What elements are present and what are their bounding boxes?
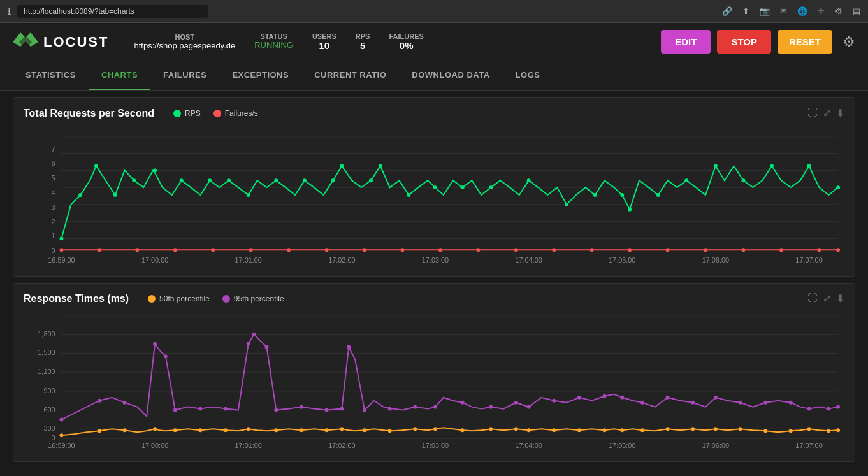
- svg-point-155: [363, 428, 366, 432]
- status-info: STATUS RUNNING USERS 10 RPS 5 FAILURES 0…: [254, 32, 424, 51]
- tab-current-ratio[interactable]: CURRENT RATIO: [301, 61, 399, 90]
- response-chart-card: Response Times (ms) 50th percentile 95th…: [13, 283, 855, 462]
- share-icon[interactable]: ⬆: [742, 6, 749, 16]
- 50th-dot: [148, 295, 156, 303]
- svg-point-125: [461, 401, 465, 405]
- svg-point-61: [135, 248, 139, 252]
- mail-icon[interactable]: ✉: [780, 6, 787, 16]
- response-legend-95th-label: 95th percentile: [234, 294, 284, 303]
- url-bar[interactable]: http://localhost:8089/?tab=charts: [17, 5, 208, 18]
- svg-text:17:03:00: 17:03:00: [422, 256, 449, 264]
- download-icon-2[interactable]: ⬇: [836, 292, 844, 305]
- svg-point-147: [173, 428, 177, 432]
- rps-chart-header: Total Requests per Second RPS Failures/s…: [24, 107, 844, 119]
- rps-label: RPS: [356, 32, 370, 40]
- tab-exceptions[interactable]: EXCEPTIONS: [219, 61, 301, 90]
- link-icon[interactable]: 🔗: [722, 6, 732, 16]
- svg-point-157: [413, 427, 417, 431]
- tab-failures[interactable]: FAILURES: [150, 61, 219, 90]
- svg-text:1,200: 1,200: [38, 368, 55, 375]
- svg-point-135: [691, 401, 695, 405]
- svg-point-142: [836, 405, 840, 409]
- svg-point-67: [363, 248, 366, 252]
- svg-text:1,500: 1,500: [38, 349, 55, 356]
- svg-point-28: [78, 193, 82, 197]
- svg-point-39: [331, 178, 335, 182]
- svg-point-140: [807, 407, 811, 411]
- svg-point-174: [807, 427, 811, 431]
- svg-point-71: [514, 248, 518, 252]
- svg-text:16:59:00: 16:59:00: [48, 442, 75, 449]
- tab-charts[interactable]: CHARTS: [89, 61, 150, 90]
- svg-point-63: [211, 248, 215, 252]
- svg-point-168: [666, 427, 670, 431]
- svg-point-119: [340, 407, 344, 411]
- svg-point-51: [628, 208, 632, 212]
- extensions-icon[interactable]: ⚙: [835, 6, 843, 16]
- svg-point-57: [807, 164, 811, 168]
- svg-text:17:07:00: 17:07:00: [795, 256, 822, 264]
- svg-point-43: [407, 193, 410, 197]
- svg-point-60: [98, 248, 101, 252]
- tab-download-data[interactable]: DOWNLOAD DATA: [399, 61, 502, 90]
- settings-button[interactable]: ⚙: [843, 34, 855, 50]
- svg-point-145: [123, 428, 127, 432]
- response-chart-controls[interactable]: ⛶ ⤢ ⬇: [807, 292, 844, 305]
- svg-point-73: [590, 248, 594, 252]
- expand-icon[interactable]: ⛶: [807, 107, 818, 119]
- rps-legend-failures: Failures/s: [213, 109, 258, 118]
- tab-statistics[interactable]: STATISTICS: [13, 61, 89, 90]
- edit-button[interactable]: EDIT: [661, 30, 711, 54]
- svg-point-167: [640, 428, 644, 432]
- fullscreen-icon[interactable]: ⤢: [823, 107, 831, 119]
- status-value: RUNNING: [254, 40, 293, 50]
- svg-point-123: [413, 405, 417, 409]
- svg-point-176: [836, 428, 840, 432]
- failures-label: FAILURES: [389, 32, 423, 40]
- svg-text:17:00:00: 17:00:00: [141, 442, 168, 449]
- reset-button[interactable]: RESET: [778, 30, 832, 54]
- svg-point-106: [98, 399, 101, 403]
- rps-legend-failures-label: Failures/s: [225, 109, 258, 118]
- stop-button[interactable]: STOP: [717, 30, 771, 54]
- fullscreen-icon-2[interactable]: ⤢: [823, 292, 831, 305]
- svg-point-114: [252, 333, 256, 336]
- host-info: HOST https://shop.pagespeedy.de: [134, 33, 235, 50]
- svg-point-156: [388, 429, 392, 433]
- svg-point-32: [153, 168, 157, 172]
- svg-point-76: [704, 248, 707, 252]
- svg-point-151: [274, 428, 278, 432]
- tab-bar: STATISTICS CHARTS FAILURES EXCEPTIONS CU…: [0, 61, 868, 91]
- svg-point-149: [224, 428, 228, 432]
- logo-icon: [13, 32, 38, 52]
- sidebar-icon[interactable]: ▤: [853, 6, 860, 16]
- tab-logs[interactable]: LOGS: [503, 61, 553, 90]
- svg-point-120: [347, 345, 351, 349]
- svg-point-141: [827, 407, 830, 411]
- expand-icon-2[interactable]: ⛶: [807, 292, 818, 305]
- svg-point-129: [552, 399, 556, 403]
- download-icon[interactable]: ⬇: [836, 107, 844, 119]
- camera-icon[interactable]: 📷: [760, 6, 770, 16]
- svg-point-173: [789, 429, 793, 433]
- svg-point-144: [98, 429, 101, 433]
- logo: LOCUST: [13, 32, 108, 52]
- top-nav: LOCUST HOST https://shop.pagespeedy.de S…: [0, 23, 868, 61]
- rps-chart-card: Total Requests per Second RPS Failures/s…: [13, 97, 855, 277]
- globe-icon[interactable]: 🌐: [797, 6, 807, 16]
- svg-text:2: 2: [51, 218, 55, 226]
- 95th-dot: [222, 295, 230, 303]
- logo-text: LOCUST: [43, 34, 108, 50]
- svg-point-136: [714, 396, 718, 400]
- svg-point-169: [691, 427, 695, 431]
- nav-buttons: EDIT STOP RESET ⚙: [661, 30, 855, 54]
- svg-point-48: [565, 203, 568, 206]
- svg-point-53: [684, 178, 688, 182]
- svg-text:17:02:00: 17:02:00: [328, 442, 355, 449]
- svg-point-115: [264, 345, 268, 349]
- rps-chart-controls[interactable]: ⛶ ⤢ ⬇: [807, 107, 844, 119]
- svg-text:17:06:00: 17:06:00: [702, 442, 729, 449]
- svg-point-171: [739, 427, 742, 431]
- navigate-icon[interactable]: ✛: [818, 6, 825, 16]
- svg-point-175: [827, 429, 830, 433]
